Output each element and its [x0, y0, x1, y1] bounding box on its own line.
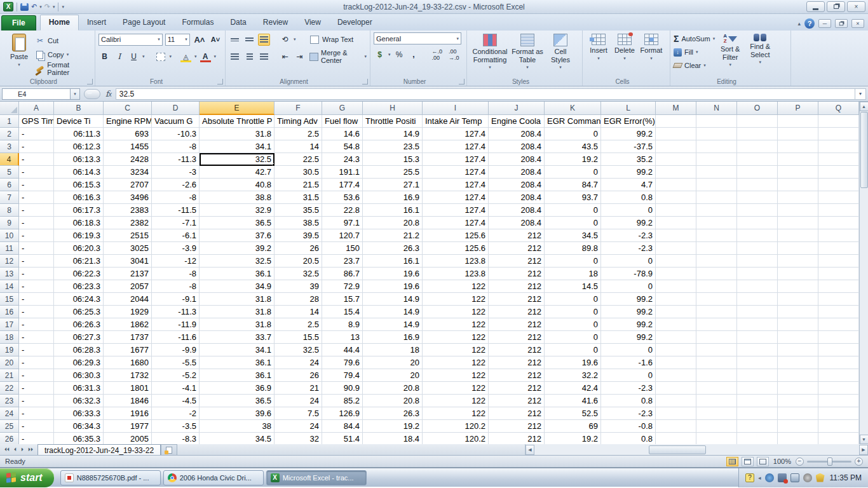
cell-E13[interactable]: 36.1: [200, 268, 275, 280]
cell-O7[interactable]: [737, 191, 778, 204]
grow-font-icon[interactable]: A˄: [193, 34, 207, 46]
cell-J20[interactable]: 212: [489, 356, 545, 369]
cell-B11[interactable]: 06:20.3: [54, 242, 104, 255]
cell-L20[interactable]: -1.6: [601, 356, 656, 369]
cell-F8[interactable]: 35.5: [275, 204, 322, 217]
ribbon-tab-home[interactable]: Home: [40, 15, 79, 30]
cell-O6[interactable]: [737, 179, 778, 191]
cell-J23[interactable]: 212: [489, 395, 545, 407]
volume-icon[interactable]: [803, 473, 812, 482]
cell-H20[interactable]: 20: [363, 356, 423, 369]
cell-K19[interactable]: 0: [545, 344, 601, 356]
cell-A18[interactable]: -: [19, 331, 54, 344]
ribbon-tab-page-layout[interactable]: Page Layout: [114, 15, 173, 30]
cell-C3[interactable]: 1455: [104, 140, 152, 153]
next-sheet-icon[interactable]: ⏵: [19, 447, 25, 453]
column-header-P[interactable]: P: [778, 102, 818, 115]
cell-O9[interactable]: [737, 217, 778, 229]
cell-F11[interactable]: 26: [275, 242, 322, 255]
scroll-up-icon[interactable]: ▲: [860, 102, 868, 111]
cell-K7[interactable]: 93.7: [545, 191, 601, 204]
cell-L17[interactable]: 99.2: [601, 318, 656, 331]
notification-help-icon[interactable]: ?: [745, 473, 754, 482]
cell-D17[interactable]: -11.9: [152, 318, 200, 331]
cell-B16[interactable]: 06:25.3: [54, 306, 104, 318]
cell-N16[interactable]: [696, 306, 737, 318]
cell-P18[interactable]: [778, 331, 818, 344]
cell-F20[interactable]: 24: [275, 356, 322, 369]
scroll-down-icon[interactable]: ▼: [860, 435, 868, 444]
cell-J26[interactable]: 212: [489, 433, 545, 444]
fill-color-button[interactable]: ◬: [180, 51, 192, 63]
cell-J10[interactable]: 212: [489, 229, 545, 242]
row-header-24[interactable]: 24: [0, 407, 19, 420]
cell-I12[interactable]: 123.8: [423, 255, 489, 268]
cell-E4[interactable]: 32.5: [200, 153, 275, 166]
cell-C23[interactable]: 1846: [104, 395, 152, 407]
cell-H7[interactable]: 16.9: [363, 191, 423, 204]
row-header-8[interactable]: 8: [0, 204, 19, 217]
column-header-A[interactable]: A: [19, 102, 54, 115]
copy-button[interactable]: Copy▾: [35, 48, 92, 62]
cell-F1[interactable]: Timing Adv: [275, 115, 322, 128]
cell-I26[interactable]: 120.2: [423, 433, 489, 444]
cell-P4[interactable]: [778, 153, 818, 166]
cell-D21[interactable]: -5.2: [152, 369, 200, 382]
cell-D23[interactable]: -4.5: [152, 395, 200, 407]
cell-M22[interactable]: [656, 382, 696, 395]
cell-N13[interactable]: [696, 268, 737, 280]
cell-P20[interactable]: [778, 356, 818, 369]
cell-B14[interactable]: 06:23.3: [54, 280, 104, 293]
cell-C12[interactable]: 3041: [104, 255, 152, 268]
cell-J15[interactable]: 212: [489, 293, 545, 306]
cell-H5[interactable]: 25.5: [363, 166, 423, 179]
cell-C6[interactable]: 2707: [104, 179, 152, 191]
cell-C4[interactable]: 2428: [104, 153, 152, 166]
cell-N9[interactable]: [696, 217, 737, 229]
fill-handle[interactable]: [272, 163, 275, 166]
format-cells-button[interactable]: Format▾: [638, 32, 665, 61]
cell-M21[interactable]: [656, 369, 696, 382]
cell-H23[interactable]: 20.8: [363, 395, 423, 407]
cell-G1[interactable]: Fuel flow: [322, 115, 363, 128]
cell-Q20[interactable]: [818, 356, 859, 369]
cell-L7[interactable]: 0.8: [601, 191, 656, 204]
cell-H6[interactable]: 27.1: [363, 179, 423, 191]
find-select-button[interactable]: Find & Select▾: [745, 32, 775, 65]
cell-I19[interactable]: 122: [423, 344, 489, 356]
cell-A15[interactable]: -: [19, 293, 54, 306]
minimize-ribbon-icon[interactable]: ▴: [797, 20, 801, 27]
cell-M14[interactable]: [656, 280, 696, 293]
cell-L10[interactable]: -2.3: [601, 229, 656, 242]
cell-Q22[interactable]: [818, 382, 859, 395]
cell-F2[interactable]: 2.5: [275, 128, 322, 140]
row-header-13[interactable]: 13: [0, 268, 19, 280]
cell-F13[interactable]: 32.5: [275, 268, 322, 280]
undo-icon[interactable]: ↶: [31, 3, 37, 10]
cell-M3[interactable]: [656, 140, 696, 153]
cell-D8[interactable]: -11.5: [152, 204, 200, 217]
cell-G6[interactable]: 177.4: [322, 179, 363, 191]
italic-button[interactable]: I: [113, 51, 125, 63]
cell-D25[interactable]: -3.5: [152, 420, 200, 433]
cell-L21[interactable]: 0: [601, 369, 656, 382]
cell-A22[interactable]: -: [19, 382, 54, 395]
cell-Q10[interactable]: [818, 229, 859, 242]
cell-F17[interactable]: 2.5: [275, 318, 322, 331]
cell-G8[interactable]: 22.8: [322, 204, 363, 217]
cell-H12[interactable]: 16.1: [363, 255, 423, 268]
column-header-B[interactable]: B: [54, 102, 104, 115]
cell-D19[interactable]: -9.9: [152, 344, 200, 356]
cell-C19[interactable]: 1677: [104, 344, 152, 356]
cell-K24[interactable]: 52.5: [545, 407, 601, 420]
cell-H19[interactable]: 18: [363, 344, 423, 356]
cell-M8[interactable]: [656, 204, 696, 217]
excel-logo-icon[interactable]: X: [3, 2, 13, 11]
cell-O16[interactable]: [737, 306, 778, 318]
cell-O22[interactable]: [737, 382, 778, 395]
cell-D24[interactable]: -2: [152, 407, 200, 420]
cell-O21[interactable]: [737, 369, 778, 382]
cell-M19[interactable]: [656, 344, 696, 356]
cell-D5[interactable]: -3: [152, 166, 200, 179]
cell-N4[interactable]: [696, 153, 737, 166]
